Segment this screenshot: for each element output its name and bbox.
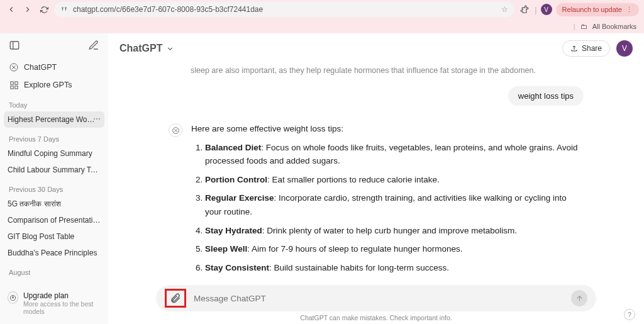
svg-rect-6 (14, 81, 17, 84)
sidebar-nav-chatgpt[interactable]: ChatGPT (0, 59, 108, 76)
tip-item: Stay Consistent: Build sustainable habit… (205, 261, 584, 275)
toggle-sidebar-icon[interactable] (9, 40, 20, 51)
message-input[interactable] (194, 294, 564, 303)
svg-point-1 (65, 8, 67, 9)
extensions-icon[interactable] (518, 3, 531, 16)
previous-assistant-text: sleep are also important, as they help r… (169, 64, 584, 86)
tip-item: Sleep Well: Aim for 7-9 hours of sleep t… (205, 242, 584, 256)
composer (156, 285, 596, 311)
user-avatar[interactable]: V (616, 40, 633, 57)
sidebar-section-label: August (0, 261, 108, 279)
attach-highlight-box (165, 289, 186, 308)
sidebar-section-label: Previous 30 Days (0, 178, 108, 196)
main-area: ChatGPT Share V sleep are also important… (108, 33, 644, 324)
chat-history-item[interactable]: Mindful Coping Summary (0, 145, 108, 162)
upgrade-plan-button[interactable]: Upgrade plan More access to the best mod… (0, 285, 108, 324)
assistant-message: Here are some effective weight loss tips… (169, 122, 584, 279)
bookmarks-folder-icon[interactable]: 🗀 (580, 23, 587, 30)
tip-item: Regular Exercise: Incorporate cardio, st… (205, 191, 584, 218)
browser-chrome: chatgpt.com/c/66e3e7d7-607c-8008-93c5-b3… (0, 0, 644, 33)
sidebar-section-label: Previous 7 Days (0, 128, 108, 145)
chat-history-item[interactable]: Buddha's Peace Principles (0, 245, 108, 261)
sidebar-section-label: Today (0, 94, 108, 111)
svg-rect-8 (14, 86, 17, 88)
svg-rect-5 (10, 81, 13, 84)
chat-history-item[interactable]: Comparison of Presentation Tool (0, 212, 108, 228)
chat-history-item[interactable]: Child Labour Summary Table (0, 162, 108, 178)
url-bar[interactable]: chatgpt.com/c/66e3e7d7-607c-8008-93c5-b3… (54, 2, 514, 17)
chat-history-item[interactable]: 5G तकनीक सारांश (0, 196, 108, 212)
attach-icon[interactable] (170, 293, 181, 304)
separator: | (535, 5, 536, 14)
forward-button[interactable] (21, 3, 34, 16)
relaunch-button[interactable]: Relaunch to update ⋮ (556, 3, 639, 16)
site-info-icon[interactable] (60, 6, 68, 13)
disclaimer-text: ChatGPT can make mistakes. Check importa… (108, 311, 644, 321)
tip-item: Portion Control: Eat smaller portions to… (205, 173, 584, 187)
sidebar-nav-explore[interactable]: Explore GPTs (0, 76, 108, 94)
assistant-intro: Here are some effective weight loss tips… (191, 122, 584, 136)
back-button[interactable] (5, 3, 18, 16)
upload-icon (570, 45, 578, 52)
chat-history-item[interactable]: GIT Blog Post Table (0, 228, 108, 245)
help-button[interactable]: ? (624, 309, 635, 320)
new-chat-icon[interactable] (88, 40, 99, 51)
tip-item: Stay Hydrated: Drink plenty of water to … (205, 224, 584, 238)
browser-profile-avatar[interactable]: V (541, 4, 552, 15)
user-message-bubble: weight loss tips (508, 86, 584, 106)
svg-point-0 (62, 8, 64, 9)
chat-history-item[interactable]: Highest Percentage Women (4, 111, 104, 128)
chatgpt-logo-icon (9, 62, 19, 72)
separator: | (574, 23, 575, 30)
all-bookmarks-link[interactable]: All Bookmarks (592, 23, 636, 30)
upgrade-icon (8, 291, 18, 304)
explore-grid-icon (9, 80, 19, 90)
relaunch-menu-icon[interactable]: ⋮ (626, 6, 633, 14)
bookmark-star-icon[interactable]: ☆ (501, 5, 508, 14)
svg-rect-2 (10, 42, 19, 49)
model-selector[interactable]: ChatGPT (119, 43, 174, 54)
sidebar: ChatGPT Explore GPTs Today Highest Perce… (0, 33, 108, 324)
chevron-down-icon (166, 45, 174, 53)
assistant-avatar-icon (169, 123, 182, 137)
reload-button[interactable] (38, 3, 50, 16)
url-text: chatgpt.com/c/66e3e7d7-607c-8008-93c5-b3… (73, 5, 263, 14)
share-button[interactable]: Share (562, 40, 610, 57)
send-button[interactable] (571, 290, 587, 306)
tip-item: Balanced Diet: Focus on whole foods like… (205, 141, 584, 168)
svg-rect-7 (10, 86, 13, 88)
